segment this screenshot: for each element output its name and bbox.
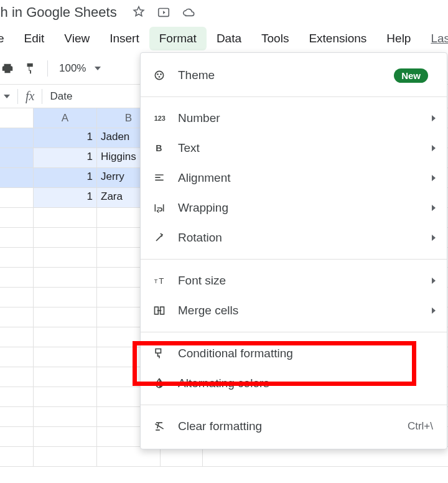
- cell[interactable]: [34, 228, 97, 247]
- clear-format-shortcut: Ctrl+\: [408, 420, 433, 433]
- zoom-select[interactable]: 100%: [53, 62, 107, 75]
- menu-item-tools[interactable]: Tools: [251, 27, 299, 50]
- menu-merge-cells[interactable]: Merge cells: [141, 296, 447, 326]
- menu-font-size-label: Font size: [178, 274, 432, 288]
- cell[interactable]: [34, 407, 97, 426]
- row-header[interactable]: [0, 347, 34, 367]
- row-header[interactable]: [0, 268, 34, 287]
- row-header[interactable]: [0, 407, 34, 426]
- menu-text[interactable]: B Text: [141, 133, 447, 163]
- formula-value[interactable]: Date: [42, 90, 80, 103]
- row-header[interactable]: [0, 307, 34, 327]
- cell[interactable]: 1: [34, 168, 97, 187]
- cell[interactable]: [97, 447, 161, 466]
- chevron-down-icon: [4, 95, 10, 98]
- menu-item-extensions[interactable]: Extensions: [299, 27, 376, 50]
- cloud-icon[interactable]: [182, 5, 195, 21]
- bold-icon: B: [152, 141, 167, 156]
- cell[interactable]: [34, 347, 97, 367]
- cell[interactable]: 1: [34, 148, 97, 167]
- menu-number[interactable]: 123 Number: [141, 103, 447, 133]
- submenu-arrow-icon: [432, 115, 436, 121]
- format-menu-dropdown: Theme New 123 Number B Text Alignment Wr…: [140, 52, 447, 449]
- row-header[interactable]: [0, 128, 34, 148]
- row-header[interactable]: [0, 427, 34, 446]
- menu-font-size[interactable]: TT Font size: [141, 266, 447, 296]
- star-icon[interactable]: [132, 5, 146, 21]
- document-title[interactable]: arch in Google Sheets: [0, 4, 123, 21]
- submenu-arrow-icon: [432, 307, 436, 314]
- row-header[interactable]: [0, 367, 34, 387]
- merge-icon: [152, 303, 167, 318]
- cell[interactable]: 1: [34, 188, 97, 207]
- menu-conditional-formatting[interactable]: Conditional formatting: [141, 339, 447, 368]
- row-header[interactable]: [0, 168, 34, 187]
- row-header[interactable]: [0, 288, 34, 307]
- rotation-icon: [152, 230, 167, 245]
- menu-alternating-colors-label: Alternating colors: [178, 377, 432, 390]
- menu-item-last-edit[interactable]: Last: [421, 27, 448, 50]
- cell[interactable]: [34, 427, 97, 446]
- row-header[interactable]: [0, 208, 34, 227]
- menu-alignment[interactable]: Alignment: [141, 163, 447, 193]
- menu-theme[interactable]: Theme New: [141, 60, 447, 90]
- row-header[interactable]: [0, 188, 34, 207]
- row-header[interactable]: [0, 447, 34, 466]
- submenu-arrow-icon: [432, 145, 436, 151]
- submenu-arrow-icon: [432, 205, 436, 211]
- alternating-colors-icon: [152, 376, 167, 391]
- menu-number-label: Number: [178, 111, 432, 125]
- menu-item-data[interactable]: Data: [207, 27, 251, 50]
- menu-wrapping-label: Wrapping: [178, 201, 432, 215]
- cell[interactable]: [34, 387, 97, 406]
- number-icon: 123: [152, 111, 167, 126]
- fx-icon: fx: [18, 89, 42, 103]
- select-all-corner[interactable]: [0, 108, 34, 128]
- svg-point-3: [160, 73, 162, 75]
- cell[interactable]: [34, 208, 97, 227]
- svg-text:T: T: [159, 276, 164, 286]
- cell[interactable]: [34, 268, 97, 287]
- submenu-arrow-icon: [432, 235, 436, 241]
- cell[interactable]: [34, 307, 97, 327]
- wrap-icon: [152, 200, 167, 215]
- new-badge: New: [394, 68, 428, 83]
- menu-clear-formatting[interactable]: Clear formatting Ctrl+\: [141, 411, 447, 441]
- menu-bar: e Edit View Insert Format Data Tools Ext…: [0, 25, 448, 52]
- menu-wrapping[interactable]: Wrapping: [141, 193, 447, 223]
- cell[interactable]: [34, 248, 97, 267]
- cell[interactable]: [161, 447, 203, 466]
- theme-icon: [152, 68, 167, 83]
- clear-format-icon: [152, 419, 167, 434]
- menu-item-help[interactable]: Help: [376, 27, 421, 50]
- menu-alternating-colors[interactable]: Alternating colors: [141, 368, 447, 398]
- cell[interactable]: [34, 288, 97, 307]
- row-header[interactable]: [0, 327, 34, 347]
- move-icon[interactable]: [157, 5, 170, 21]
- row-header[interactable]: [0, 248, 34, 267]
- cell[interactable]: [34, 327, 97, 347]
- menu-item-insert[interactable]: Insert: [100, 27, 149, 50]
- paint-format-icon[interactable]: [20, 57, 42, 80]
- cell[interactable]: [34, 367, 97, 387]
- name-box-dropdown[interactable]: [0, 95, 17, 98]
- column-header-a[interactable]: A: [34, 108, 97, 128]
- conditional-format-icon: [152, 346, 167, 361]
- cell[interactable]: 1: [34, 128, 97, 148]
- menu-item-view[interactable]: View: [54, 27, 100, 50]
- row-header[interactable]: [0, 387, 34, 406]
- svg-point-1: [155, 71, 163, 79]
- menu-merge-cells-label: Merge cells: [178, 304, 432, 317]
- svg-text:123: 123: [154, 115, 166, 122]
- row-header[interactable]: [0, 228, 34, 247]
- svg-rect-11: [156, 349, 161, 354]
- cell[interactable]: [34, 447, 97, 466]
- menu-item-file[interactable]: e: [0, 27, 14, 50]
- print-icon[interactable]: [0, 57, 19, 80]
- row-header[interactable]: [0, 148, 34, 167]
- menu-item-edit[interactable]: Edit: [14, 27, 55, 50]
- menu-clear-formatting-label: Clear formatting: [178, 420, 432, 433]
- menu-text-label: Text: [178, 141, 432, 155]
- menu-item-format[interactable]: Format: [149, 27, 207, 50]
- menu-rotation[interactable]: Rotation: [141, 223, 447, 253]
